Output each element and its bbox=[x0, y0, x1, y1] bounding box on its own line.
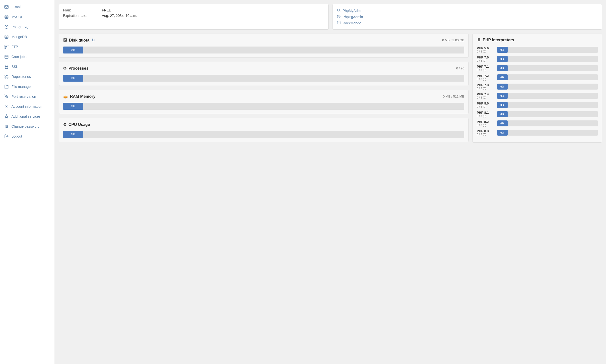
top-info-row: Plan: FREE Expiration date: Aug. 27, 203… bbox=[59, 4, 602, 30]
disk-quota-header: 🖫 Disk quota ↻ 0 MB / 3.00 GB bbox=[63, 38, 464, 43]
expiration-label: Expiration date: bbox=[63, 14, 98, 18]
php-version-name-2: PHP 7.1 bbox=[477, 65, 494, 68]
php-progress-label-7: 0% bbox=[500, 113, 504, 116]
processes-title: ⚙ Processes bbox=[63, 66, 88, 71]
php-version-row-5: PHP 7.4 0 / 3 (0) 0% bbox=[477, 92, 598, 99]
sidebar-item-accountinfo[interactable]: Account information bbox=[0, 102, 55, 111]
sidebar-label-cron: Cron jobs bbox=[11, 55, 26, 59]
php-version-quota-5: 0 / 3 (0) bbox=[477, 96, 494, 99]
cpu-card: ⚙ CPU Usage 0% bbox=[59, 118, 469, 142]
php-progress-bar-7: 0% bbox=[497, 111, 598, 117]
php-progress-fill-7: 0% bbox=[497, 111, 508, 117]
php-version-label-6: PHP 8.0 0 / 3 (0) bbox=[477, 102, 494, 108]
ftp-icon bbox=[4, 44, 9, 49]
sidebar-item-ssl[interactable]: SSL bbox=[0, 62, 55, 72]
php-progress-fill-3: 0% bbox=[497, 74, 508, 80]
sidebar-item-postgresql[interactable]: PostgreSQL bbox=[0, 22, 55, 32]
sidebar-item-changepassword[interactable]: Change password bbox=[0, 121, 55, 131]
sidebar-item-cron[interactable]: Cron jobs bbox=[0, 52, 55, 62]
sidebar-item-portreservation[interactable]: Port reservation bbox=[0, 92, 55, 102]
php-version-quota-7: 0 / 3 (0) bbox=[477, 114, 494, 117]
sidebar-item-filemanager[interactable]: File manager bbox=[0, 82, 55, 92]
php-progress-label-2: 0% bbox=[500, 67, 504, 70]
changepassword-icon bbox=[4, 124, 9, 129]
ram-header: 🥧 RAM Memory 0 MB / 512 MB bbox=[63, 94, 464, 99]
php-version-name-5: PHP 7.4 bbox=[477, 92, 494, 96]
accountinfo-icon bbox=[4, 104, 9, 109]
sidebar-item-logout[interactable]: Logout bbox=[0, 131, 55, 141]
sidebar-item-additionalservices[interactable]: Additional services bbox=[0, 111, 55, 121]
portreservation-icon bbox=[4, 94, 9, 99]
disk-quota-card: 🖫 Disk quota ↻ 0 MB / 3.00 GB 0% bbox=[59, 34, 469, 58]
sidebar-label-ssl: SSL bbox=[11, 65, 18, 69]
php-progress-label-8: 0% bbox=[500, 122, 504, 125]
cpu-header: ⚙ CPU Usage bbox=[63, 122, 464, 127]
sidebar-label-filemanager: File manager bbox=[11, 85, 32, 89]
php-version-label-8: PHP 8.2 0 / 3 (0) bbox=[477, 120, 494, 127]
sidebar-item-email[interactable]: E-mail bbox=[0, 2, 55, 12]
ram-card: 🥧 RAM Memory 0 MB / 512 MB 0% bbox=[59, 90, 469, 114]
disk-refresh-icon[interactable]: ↻ bbox=[91, 38, 95, 43]
php-version-quota-9: 0 / 3 (0) bbox=[477, 133, 494, 136]
php-version-row-3: PHP 7.2 0 / 3 (0) 0% bbox=[477, 74, 598, 81]
php-progress-bar-5: 0% bbox=[497, 93, 598, 99]
db-link-phpmyadmin[interactable]: PhpMyAdmin bbox=[337, 8, 598, 13]
php-versions-list: PHP 5.6 0 / 3 (0) 0% PHP 7.0 0 / 3 (0) 0… bbox=[477, 46, 598, 136]
email-icon bbox=[4, 4, 9, 9]
processes-progress-label: 0% bbox=[69, 76, 77, 80]
php-progress-bar-0: 0% bbox=[497, 47, 598, 53]
filemanager-icon bbox=[4, 84, 9, 89]
sidebar-label-logout: Logout bbox=[11, 134, 22, 138]
phpmyadmin-icon bbox=[337, 8, 341, 13]
db-links-container: PhpMyAdmin PhpPgAdmin RockMongo bbox=[337, 8, 598, 25]
cpu-icon: ⚙ bbox=[63, 122, 67, 127]
php-progress-bar-6: 0% bbox=[497, 102, 598, 108]
svg-rect-4 bbox=[5, 55, 8, 59]
php-progress-bar-9: 0% bbox=[497, 130, 598, 136]
disk-icon: 🖫 bbox=[63, 38, 67, 43]
php-version-row-9: PHP 8.3 0 / 3 (0) 0% bbox=[477, 129, 598, 136]
php-progress-label-0: 0% bbox=[500, 48, 504, 51]
php-progress-fill-6: 0% bbox=[497, 102, 508, 108]
sidebar-label-portreservation: Port reservation bbox=[11, 95, 36, 99]
db-link-rockmongo[interactable]: RockMongo bbox=[337, 21, 598, 25]
plan-info-card: Plan: FREE Expiration date: Aug. 27, 203… bbox=[59, 4, 329, 30]
cron-icon bbox=[4, 54, 9, 59]
main-content: Plan: FREE Expiration date: Aug. 27, 203… bbox=[55, 0, 606, 364]
php-version-name-9: PHP 8.3 bbox=[477, 129, 494, 133]
svg-point-1 bbox=[5, 15, 8, 16]
cpu-progress-bar: 0% bbox=[63, 131, 464, 138]
php-progress-fill-8: 0% bbox=[497, 120, 508, 126]
php-version-label-4: PHP 7.3 0 / 3 (0) bbox=[477, 83, 494, 90]
sidebar-label-email: E-mail bbox=[11, 5, 21, 9]
ram-quota: 0 MB / 512 MB bbox=[443, 95, 464, 98]
php-version-label-7: PHP 8.1 0 / 3 (0) bbox=[477, 111, 494, 117]
php-progress-bar-4: 0% bbox=[497, 84, 598, 90]
sidebar-item-repositories[interactable]: Repositories bbox=[0, 72, 55, 82]
sidebar-item-mongodb[interactable]: MongoDB bbox=[0, 32, 55, 42]
db-link-label-rockmongo: RockMongo bbox=[343, 21, 361, 25]
php-progress-label-9: 0% bbox=[500, 131, 504, 134]
sidebar-label-mongodb: MongoDB bbox=[11, 35, 27, 39]
additionalservices-icon bbox=[4, 114, 9, 119]
ram-progress-bar: 0% bbox=[63, 103, 464, 110]
cpu-progress-label: 0% bbox=[69, 133, 77, 136]
php-version-row-4: PHP 7.3 0 / 3 (0) 0% bbox=[477, 83, 598, 90]
php-version-row-7: PHP 8.1 0 / 3 (0) 0% bbox=[477, 111, 598, 117]
repositories-icon bbox=[4, 74, 9, 79]
processes-progress-fill: 0% bbox=[63, 75, 83, 82]
postgresql-icon bbox=[4, 24, 9, 29]
db-link-phppgadmin[interactable]: PhpPgAdmin bbox=[337, 14, 598, 19]
php-version-name-4: PHP 7.3 bbox=[477, 83, 494, 87]
php-progress-fill-5: 0% bbox=[497, 93, 508, 99]
processes-header: ⚙ Processes 0 / 20 bbox=[63, 66, 464, 71]
cpu-progress-fill: 0% bbox=[63, 131, 83, 138]
mysql-icon bbox=[4, 14, 9, 19]
sidebar-label-accountinfo: Account information bbox=[11, 104, 42, 108]
db-tools-card: PhpMyAdmin PhpPgAdmin RockMongo bbox=[333, 4, 602, 30]
php-progress-fill-1: 0% bbox=[497, 56, 508, 62]
sidebar-item-ftp[interactable]: FTP bbox=[0, 42, 55, 52]
php-version-label-2: PHP 7.1 0 / 3 (0) bbox=[477, 65, 494, 71]
plan-label: Plan: bbox=[63, 8, 98, 12]
sidebar-item-mysql[interactable]: MySQL bbox=[0, 12, 55, 22]
